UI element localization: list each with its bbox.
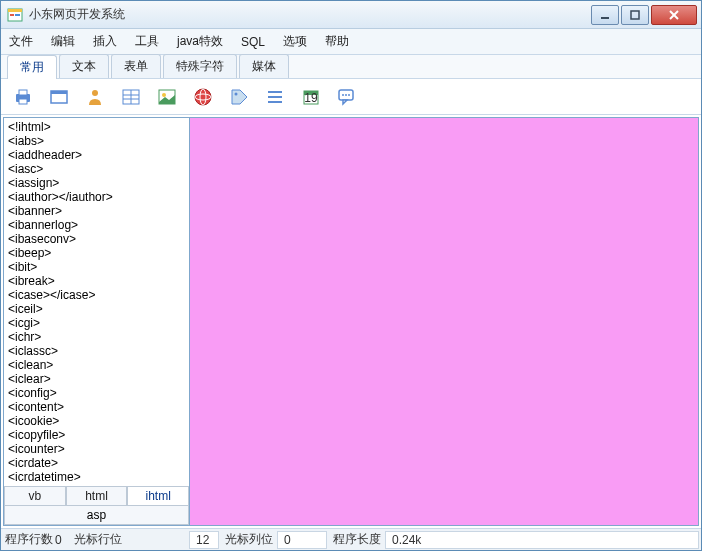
- code-list[interactable]: <!ihtml><iabs><iaddheader><iasc><iassign…: [4, 118, 189, 486]
- menu-file[interactable]: 文件: [9, 33, 33, 50]
- svg-point-33: [348, 94, 350, 96]
- svg-point-32: [345, 94, 347, 96]
- status-col-label: 光标列位: [225, 531, 273, 548]
- code-item[interactable]: <iassign>: [8, 176, 185, 190]
- menubar: 文件 编辑 插入 工具 java特效 SQL 选项 帮助: [1, 29, 701, 55]
- svg-point-13: [92, 90, 98, 96]
- svg-rect-9: [19, 90, 27, 95]
- lines-icon[interactable]: [263, 85, 287, 109]
- code-item[interactable]: <icrdate>: [8, 456, 185, 470]
- code-item[interactable]: <iclean>: [8, 358, 185, 372]
- menu-edit[interactable]: 编辑: [51, 33, 75, 50]
- code-item[interactable]: <icase></icase>: [8, 288, 185, 302]
- maximize-button[interactable]: [621, 5, 649, 25]
- tab-special[interactable]: 特殊字符: [163, 54, 237, 78]
- tab-media[interactable]: 媒体: [239, 54, 289, 78]
- window-title: 小东网页开发系统: [29, 6, 589, 23]
- editor-area[interactable]: [190, 118, 698, 525]
- svg-point-23: [235, 92, 238, 95]
- code-item[interactable]: <iabs>: [8, 134, 185, 148]
- code-item[interactable]: <ibeep>: [8, 246, 185, 260]
- toolbar-tabs: 常用 文本 表单 特殊字符 媒体: [1, 55, 701, 79]
- svg-rect-5: [631, 11, 639, 19]
- code-item[interactable]: <iauthor></iauthor>: [8, 190, 185, 204]
- chat-icon[interactable]: [335, 85, 359, 109]
- svg-point-19: [162, 93, 166, 97]
- bottom-tab-vb[interactable]: vb: [4, 487, 66, 506]
- status-len-label: 程序长度: [333, 531, 381, 548]
- code-item[interactable]: <icookie>: [8, 414, 185, 428]
- code-item[interactable]: <ibannerlog>: [8, 218, 185, 232]
- bottom-tab-asp[interactable]: asp: [4, 506, 189, 525]
- person-icon[interactable]: [83, 85, 107, 109]
- tab-common[interactable]: 常用: [7, 55, 57, 79]
- code-item[interactable]: <iconfig>: [8, 386, 185, 400]
- status-lines-val: 0: [55, 533, 62, 547]
- app-icon: [7, 7, 23, 23]
- code-item[interactable]: <iasc>: [8, 162, 185, 176]
- svg-rect-1: [8, 9, 22, 12]
- code-item[interactable]: <icopyfile>: [8, 428, 185, 442]
- menu-help[interactable]: 帮助: [325, 33, 349, 50]
- code-item[interactable]: <ichr>: [8, 330, 185, 344]
- code-item[interactable]: <ibanner>: [8, 204, 185, 218]
- menu-insert[interactable]: 插入: [93, 33, 117, 50]
- bottom-tab-ihtml[interactable]: ihtml: [127, 487, 189, 506]
- svg-rect-3: [15, 14, 20, 16]
- minimize-button[interactable]: [591, 5, 619, 25]
- svg-rect-2: [10, 14, 14, 16]
- left-pane: <!ihtml><iabs><iaddheader><iasc><iassign…: [4, 118, 190, 525]
- code-item[interactable]: <ibreak>: [8, 274, 185, 288]
- code-item[interactable]: <icounter>: [8, 442, 185, 456]
- calendar-icon[interactable]: 19: [299, 85, 323, 109]
- svg-point-31: [342, 94, 344, 96]
- menu-javafx[interactable]: java特效: [177, 33, 223, 50]
- globe-icon[interactable]: [191, 85, 215, 109]
- svg-point-20: [195, 89, 211, 105]
- code-item[interactable]: <ibaseconv>: [8, 232, 185, 246]
- status-row-label: 光标行位: [74, 531, 122, 548]
- table-icon[interactable]: [119, 85, 143, 109]
- bottom-tab-html[interactable]: html: [66, 487, 128, 506]
- menu-tools[interactable]: 工具: [135, 33, 159, 50]
- titlebar: 小东网页开发系统: [1, 1, 701, 29]
- code-item[interactable]: <icontent>: [8, 400, 185, 414]
- code-item[interactable]: <!ihtml>: [8, 120, 185, 134]
- status-line-val: 12: [189, 531, 219, 549]
- printer-icon[interactable]: [11, 85, 35, 109]
- menu-options[interactable]: 选项: [283, 33, 307, 50]
- code-item[interactable]: <iclassc>: [8, 344, 185, 358]
- image-icon[interactable]: [155, 85, 179, 109]
- code-item[interactable]: <icrdatetime>: [8, 470, 185, 484]
- code-item[interactable]: <iclear>: [8, 372, 185, 386]
- tag-icon[interactable]: [227, 85, 251, 109]
- tab-form[interactable]: 表单: [111, 54, 161, 78]
- toolbar: 19: [1, 79, 701, 115]
- status-lines-label: 程序行数: [5, 531, 53, 548]
- tab-text[interactable]: 文本: [59, 54, 109, 78]
- code-item[interactable]: <iceil>: [8, 302, 185, 316]
- status-col-val: 0: [277, 531, 327, 549]
- close-button[interactable]: [651, 5, 697, 25]
- code-item[interactable]: <ibit>: [8, 260, 185, 274]
- statusbar: 程序行数 0 光标行位 12 光标列位 0 程序长度 0.24k: [1, 528, 701, 550]
- svg-rect-12: [51, 91, 67, 94]
- code-item[interactable]: <icgi>: [8, 316, 185, 330]
- svg-text:19: 19: [304, 91, 318, 105]
- menu-sql[interactable]: SQL: [241, 35, 265, 49]
- svg-rect-10: [19, 99, 27, 104]
- window-icon[interactable]: [47, 85, 71, 109]
- status-len-val: 0.24k: [385, 531, 699, 549]
- code-item[interactable]: <iaddheader>: [8, 148, 185, 162]
